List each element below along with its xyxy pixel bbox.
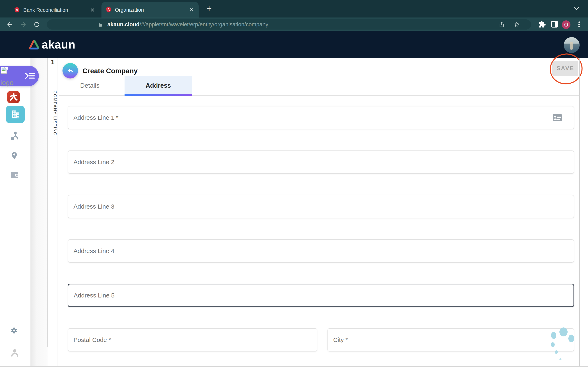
sidebar-locations-icon[interactable] bbox=[11, 151, 18, 161]
browser-toolbar: akaun.cloud/#/applet/tnt/wavelet/erp/ent… bbox=[0, 17, 588, 31]
browser-tab-organization[interactable]: A Organization bbox=[102, 2, 199, 17]
active-tab-underline bbox=[125, 94, 192, 96]
broken-image-icon bbox=[1, 67, 8, 74]
padlock-icon bbox=[98, 22, 103, 27]
url-bar[interactable]: akaun.cloud/#/applet/tnt/wavelet/erp/ent… bbox=[47, 19, 531, 30]
angular-favicon: A bbox=[14, 7, 20, 13]
main-content: 1 COMPANY LISTING logo bbox=[0, 58, 588, 367]
svg-text:A: A bbox=[107, 8, 110, 11]
tab-address[interactable]: Address bbox=[125, 76, 192, 95]
avatar-photo bbox=[570, 42, 573, 50]
reload-icon[interactable] bbox=[33, 21, 40, 28]
browser-tabstrip: A Bank Reconciliation A Organization + bbox=[0, 0, 588, 17]
sidebar-org-structure-icon[interactable] bbox=[10, 131, 19, 141]
address-line-3-input[interactable] bbox=[68, 195, 574, 218]
tab-title: Organization bbox=[115, 7, 185, 13]
sidebar-app-dai-icon[interactable] bbox=[7, 91, 20, 103]
listing-label: COMPANY LISTING bbox=[48, 66, 58, 160]
side-panel-icon[interactable] bbox=[551, 21, 558, 28]
extensions-puzzle-icon[interactable] bbox=[538, 20, 545, 28]
screen: A Bank Reconciliation A Organization + bbox=[0, 0, 588, 367]
browser-tab-bank-reconciliation[interactable]: A Bank Reconciliation bbox=[10, 2, 100, 17]
browser-profile-badge[interactable]: O bbox=[562, 20, 571, 29]
collapse-menu-icon[interactable] bbox=[25, 73, 35, 79]
address-line-2-input[interactable] bbox=[68, 150, 574, 174]
scrollbar-track[interactable] bbox=[579, 58, 580, 367]
address-line-3-field bbox=[68, 195, 574, 218]
bookmark-star-icon[interactable] bbox=[514, 21, 520, 27]
app-header: akaun bbox=[0, 31, 588, 58]
sidebar-app-organization-icon[interactable] bbox=[6, 106, 25, 123]
listing-strip[interactable]: 1 COMPANY LISTING bbox=[48, 58, 58, 367]
sidebar-account-icon[interactable] bbox=[10, 349, 19, 358]
url-path: /#/applet/tnt/wavelet/erp/entity/organis… bbox=[140, 21, 268, 27]
listing-index: 1 bbox=[48, 58, 58, 66]
tab-title: Bank Reconciliation bbox=[23, 7, 86, 13]
sidebar-settings-gear-icon[interactable] bbox=[11, 327, 17, 334]
share-icon[interactable] bbox=[499, 21, 505, 28]
new-tab-button[interactable]: + bbox=[205, 4, 214, 13]
tab-search-chevron-icon[interactable] bbox=[573, 5, 580, 13]
tab-details[interactable]: Details bbox=[67, 76, 112, 95]
url-text: akaun.cloud/#/applet/tnt/wavelet/erp/ent… bbox=[107, 19, 268, 30]
back-arrow-icon bbox=[66, 67, 74, 75]
sidebar-wallet-icon[interactable] bbox=[10, 171, 18, 179]
page-tabs: Details Address bbox=[59, 76, 579, 96]
collapsed-panel bbox=[31, 58, 48, 367]
postal-code-field bbox=[68, 328, 317, 351]
address-line-5-field bbox=[68, 284, 574, 307]
address-line-2-field bbox=[68, 150, 574, 174]
browser-menu-icon[interactable] bbox=[579, 21, 580, 29]
address-line-1-field bbox=[68, 106, 574, 129]
address-line-4-field bbox=[68, 239, 574, 263]
address-line-1-input[interactable] bbox=[68, 106, 574, 129]
sidebar-logo-pill[interactable]: logo bbox=[0, 66, 39, 86]
logo-alt-text: logo bbox=[0, 79, 13, 87]
forward-icon[interactable] bbox=[20, 21, 27, 28]
tab-close-icon[interactable] bbox=[189, 7, 195, 13]
postal-code-input[interactable] bbox=[68, 328, 317, 351]
tab-address-label: Address bbox=[146, 82, 171, 89]
akaun-logo-icon bbox=[28, 40, 40, 50]
city-input[interactable] bbox=[328, 328, 574, 351]
angular-favicon: A bbox=[105, 7, 112, 13]
contact-card-icon[interactable] bbox=[553, 113, 562, 122]
svg-text:A: A bbox=[16, 8, 18, 12]
page-title: Create Company bbox=[82, 64, 138, 78]
address-line-4-input[interactable] bbox=[68, 239, 574, 263]
url-host: akaun.cloud bbox=[107, 21, 140, 27]
back-icon[interactable] bbox=[6, 21, 13, 28]
brand-name: akaun bbox=[42, 31, 75, 58]
city-field bbox=[328, 328, 574, 351]
tab-close-icon[interactable] bbox=[89, 7, 95, 13]
address-line-5-input[interactable] bbox=[68, 284, 574, 307]
save-button[interactable]: SAVE bbox=[552, 61, 579, 76]
user-avatar[interactable] bbox=[564, 37, 580, 53]
